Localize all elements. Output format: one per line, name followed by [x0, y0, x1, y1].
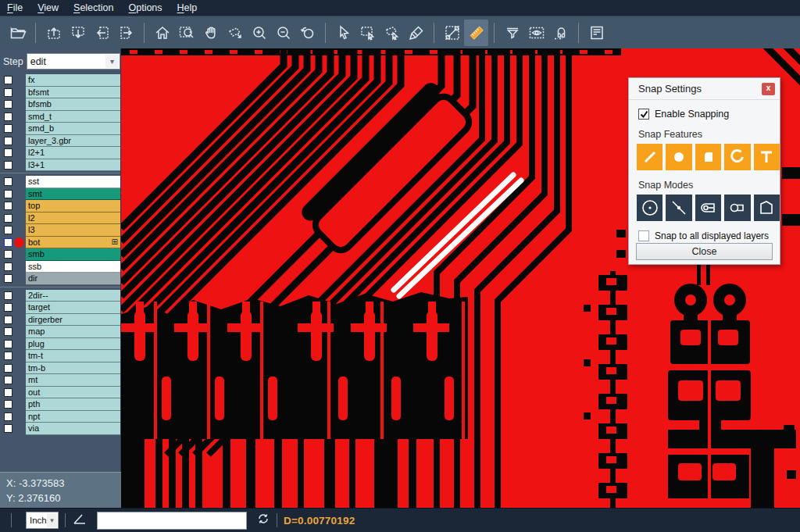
measure-input[interactable] — [97, 512, 247, 530]
layer-row-ssb[interactable]: ssb — [0, 261, 120, 273]
layer-visibility-checkbox[interactable] — [4, 376, 12, 384]
layer-visibility-checkbox[interactable] — [4, 137, 12, 145]
layer-row-2dir--[interactable]: 2dir-- — [0, 290, 120, 302]
snap-dialog-titlebar[interactable]: Snap Settings x — [629, 78, 780, 100]
layer-name-strip[interactable]: 2dir-- — [26, 290, 120, 302]
layer-name-strip[interactable]: l3+1 — [26, 159, 120, 172]
layer-visibility-checkbox[interactable] — [4, 100, 12, 109]
layer-row-mt[interactable]: mt — [0, 374, 120, 387]
layer-name-strip[interactable]: smt — [26, 188, 120, 201]
layer-visibility-checkbox[interactable] — [4, 303, 12, 312]
layer-visibility-checkbox[interactable] — [4, 274, 12, 283]
layer-visibility-checkbox[interactable] — [4, 190, 12, 198]
layer-name-strip[interactable]: bfsmb — [26, 98, 120, 111]
layer-row-plug[interactable]: plug — [0, 338, 120, 351]
grid-icon[interactable]: ⊞ — [112, 237, 118, 246]
layer-visibility-checkbox[interactable] — [4, 291, 12, 300]
layer-row-smd_t[interactable]: smd_t — [0, 111, 120, 123]
layer-visibility-checkbox[interactable] — [4, 352, 12, 360]
layer-row-l2[interactable]: l2 — [0, 212, 120, 225]
layer-visibility-checkbox[interactable] — [4, 76, 12, 84]
layer-visibility-checkbox[interactable] — [4, 148, 12, 157]
menu-item-options[interactable]: Options — [128, 2, 162, 13]
layer-name-strip[interactable]: tm-b — [26, 362, 120, 375]
layer-row-out[interactable]: out — [0, 387, 120, 399]
move-polygon-button[interactable] — [223, 20, 247, 46]
layer-name-strip[interactable]: out — [26, 387, 120, 399]
menu-item-file[interactable]: File — [7, 2, 23, 13]
layer-row-bfsmb[interactable]: bfsmb — [0, 98, 120, 111]
angle-measure-icon[interactable] — [72, 511, 88, 530]
layer-name-strip[interactable]: dirgerber — [26, 314, 120, 327]
snap-feature-pad-button[interactable] — [666, 144, 691, 170]
layer-visibility-checkbox[interactable] — [4, 124, 12, 133]
sync-icon[interactable] — [256, 512, 270, 529]
snap-feature-arc-button[interactable] — [724, 144, 750, 170]
paint-brush-button[interactable] — [404, 20, 428, 46]
layer-name-strip[interactable]: dir — [26, 273, 120, 285]
layer-row-l3+1[interactable]: l3+1 — [0, 159, 120, 172]
layer-visibility-checkbox[interactable] — [4, 424, 12, 433]
snap-mode-slot-end-button[interactable] — [695, 195, 721, 221]
layer-row-smd_b[interactable]: smd_b — [0, 123, 120, 135]
snap-all-layers-checkbox[interactable] — [638, 230, 649, 241]
menu-item-selection[interactable]: Selection — [73, 2, 113, 13]
layer-name-strip[interactable]: ssb — [26, 261, 120, 273]
layer-row-layer_3.gbr[interactable]: layer_3.gbr — [0, 135, 120, 148]
layer-name-strip[interactable]: smd_b — [26, 123, 120, 135]
layer-row-dirgerber[interactable]: dirgerber — [0, 314, 120, 327]
snap-feature-line-button[interactable] — [637, 144, 662, 170]
zoom-window-button[interactable] — [174, 20, 198, 46]
layer-visibility-checkbox[interactable] — [4, 214, 12, 223]
enable-snapping-checkbox[interactable] — [638, 109, 649, 120]
zoom-previous-button[interactable] — [295, 20, 320, 46]
layer-visibility-checkbox[interactable] — [4, 177, 12, 186]
layer-visibility-checkbox[interactable] — [4, 226, 12, 234]
layer-name-strip[interactable]: tm-t — [26, 350, 120, 362]
layer-name-strip[interactable]: via — [26, 423, 120, 435]
snap-feature-text-button[interactable] — [754, 144, 780, 170]
import-top-button[interactable] — [41, 20, 66, 46]
layer-row-npt[interactable]: npt — [0, 411, 120, 423]
view-options-button[interactable] — [524, 20, 548, 46]
layer-visibility-checkbox[interactable] — [4, 238, 12, 247]
layer-row-fx[interactable]: fx — [0, 74, 120, 87]
layer-name-strip[interactable]: l3 — [26, 224, 120, 237]
snap-dialog-close-action-button[interactable]: Close — [636, 243, 773, 260]
layer-name-strip[interactable]: bfsmt — [26, 87, 120, 99]
layer-name-strip[interactable]: layer_3.gbr — [26, 135, 120, 148]
layer-name-strip[interactable]: map — [26, 326, 120, 338]
layer-name-strip[interactable]: npt — [26, 411, 120, 423]
layer-name-strip[interactable]: l2 — [26, 212, 120, 225]
layer-row-sst[interactable]: sst — [0, 176, 120, 188]
layer-row-target[interactable]: target — [0, 302, 120, 314]
layer-visibility-checkbox[interactable] — [4, 340, 12, 348]
import-left-button[interactable] — [90, 20, 114, 46]
snap-mode-center-button[interactable] — [637, 195, 662, 221]
layer-row-via[interactable]: via — [0, 423, 120, 435]
zoom-in-button[interactable] — [247, 20, 271, 46]
select-cursor-button[interactable] — [331, 20, 355, 46]
snap-magnet-button[interactable] — [548, 20, 573, 46]
layer-visibility-checkbox[interactable] — [4, 412, 12, 421]
snap-feature-surface-button[interactable] — [695, 144, 721, 170]
snap-mode-slot-button[interactable] — [724, 195, 750, 221]
select-rectangle-button[interactable] — [355, 20, 380, 46]
layer-row-l2+1[interactable]: l2+1 — [0, 147, 120, 159]
layer-name-strip[interactable]: mt — [26, 374, 120, 387]
layer-name-strip[interactable]: top — [26, 200, 120, 212]
menu-item-view[interactable]: View — [38, 2, 59, 13]
layer-name-strip[interactable]: sst — [26, 176, 120, 188]
pan-hand-button[interactable] — [198, 20, 223, 46]
measure-line-button[interactable] — [440, 20, 464, 46]
layer-row-tm-b[interactable]: tm-b — [0, 362, 120, 375]
layer-visibility-checkbox[interactable] — [4, 316, 12, 324]
import-bottom-button[interactable] — [66, 20, 90, 46]
zoom-out-button[interactable] — [271, 20, 295, 46]
layer-row-bot[interactable]: bot⊞ — [0, 237, 120, 249]
layer-visibility-checkbox[interactable] — [4, 161, 12, 170]
unit-select[interactable]: Inch ▾ — [26, 512, 59, 529]
layer-name-strip[interactable]: bot⊞ — [26, 237, 120, 249]
layer-name-strip[interactable]: fx — [26, 74, 120, 87]
layer-visibility-checkbox[interactable] — [4, 327, 12, 336]
